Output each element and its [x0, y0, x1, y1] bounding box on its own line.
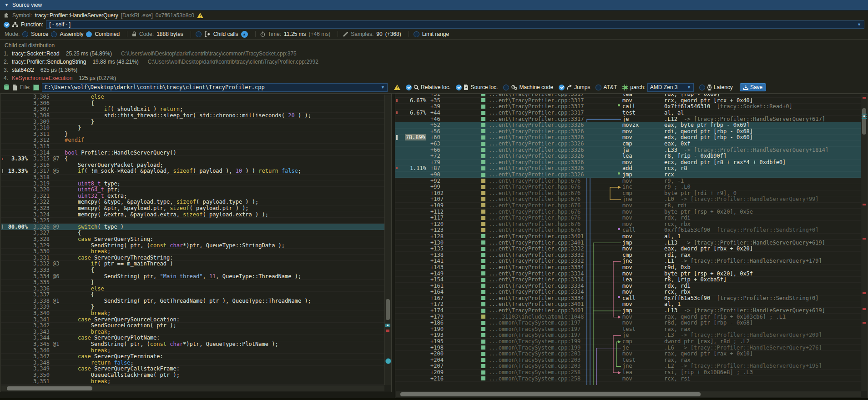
- assembly-line[interactable]: +195 ...ommon\TracySystem.cpp:199 cmp dw…: [395, 339, 861, 345]
- asm-mnemonic[interactable]: mov: [622, 245, 649, 252]
- jumps-checkbox[interactable]: [559, 85, 565, 90]
- source-line[interactable]: 3,329 SendString( ptr, (const char*)ptr,…: [1, 242, 384, 249]
- asm-mnemonic[interactable]: mov: [622, 375, 649, 382]
- source-line[interactable]: 3,324 memcpy( &extra, &payload.extra, si…: [1, 211, 384, 218]
- assembly-line[interactable]: +200 ...ommon\TracySystem.cpp:203 mov ra…: [395, 351, 861, 357]
- child-call-name[interactable]: KeSynchronizeExecution: [12, 75, 72, 81]
- source-line[interactable]: 3,325: [1, 218, 384, 224]
- asm-mnemonic[interactable]: jmp: [622, 240, 649, 246]
- asm-source-location[interactable]: ...ommon\TracySystem.cpp:199: [489, 345, 585, 351]
- att-checkbox[interactable]: [595, 85, 601, 90]
- source-line[interactable]: 3,336 else: [1, 285, 384, 292]
- assembly-line[interactable]: +167 ...ent\TracyProfiler.cpp:3334 call …: [395, 295, 861, 302]
- assembly-line[interactable]: +143 ...ent\TracyProfiler.cpp:3334 mov r…: [395, 265, 861, 271]
- asm-source-location[interactable]: ...ommon\TracySystem.cpp:197: [489, 332, 585, 338]
- assembly-line[interactable]: +209 ...ommon\TracySystem.cpp:258 lea rs…: [395, 370, 861, 376]
- source-line[interactable]: 3,333 {: [1, 267, 384, 274]
- radio-source[interactable]: [22, 31, 28, 37]
- assembly-vertical-scrollbar[interactable]: [861, 95, 867, 391]
- asm-source-location[interactable]: ...ent\TracyProfiler.hpp:676: [489, 190, 585, 196]
- assembly-line[interactable]: +164 ...ent\TracyProfiler.cpp:3334 mov r…: [395, 289, 861, 295]
- source-line[interactable]: 3,321 uint32_t extra;: [1, 193, 384, 200]
- assembly-hscroll-handle[interactable]: [400, 392, 701, 396]
- asm-mnemonic[interactable]: movzx: [622, 122, 649, 128]
- asm-mnemonic[interactable]: mov: [622, 350, 649, 357]
- source-line[interactable]: 3,330 break;: [1, 249, 384, 255]
- asm-mnemonic[interactable]: mov: [622, 202, 649, 209]
- source-line[interactable]: 3,320 uint64_t ptr;: [1, 187, 384, 193]
- source-line[interactable]: 3,345 @1 SendString( ptr, (const char*)p…: [1, 341, 384, 348]
- assembly-line[interactable]: +63 ...ent\TracyProfiler.cpp:3326 cmp ea…: [395, 141, 861, 147]
- collapse-icon[interactable]: ▼: [5, 3, 9, 7]
- asm-mnemonic[interactable]: test: [622, 326, 649, 332]
- assembly-line[interactable]: +72 ...ent\TracyProfiler.cpp:3326 lea r8…: [395, 153, 861, 160]
- asm-mnemonic[interactable]: call: [622, 103, 649, 110]
- source-line[interactable]: 3,318: [1, 175, 384, 181]
- asm-mnemonic[interactable]: mov: [622, 301, 649, 307]
- source-line[interactable]: 3,313: [1, 144, 384, 150]
- asm-source-location[interactable]: ...ent\TracyProfiler.cpp:3334: [489, 283, 585, 289]
- assembly-line[interactable]: +138 ...ent\TracyProfiler.cpp:3332 cmp r…: [395, 252, 861, 258]
- asm-mnemonic[interactable]: cmp: [622, 338, 649, 345]
- assembly-line[interactable]: +130 ...ent\TracyProfiler.cpp:3401 jmp .…: [395, 240, 861, 246]
- source-line[interactable]: 3,351 break;: [1, 378, 384, 385]
- asm-source-location[interactable]: ...ommon\TracySystem.cpp:203: [489, 350, 585, 357]
- asm-source-location[interactable]: ...ent\TracyProfiler.cpp:3334: [489, 264, 585, 270]
- source-line[interactable]: 3,323 memcpy( &ptr, &payload.ptr, sizeof…: [1, 205, 384, 212]
- radio-combined[interactable]: [86, 31, 92, 37]
- assembly-line[interactable]: +109 ...ent\TracyProfiler.hpp:676 mov r8…: [395, 203, 861, 209]
- asm-source-location[interactable]: ...ent\TracyProfiler.hpp:676: [489, 202, 585, 209]
- asm-source-location[interactable]: ...ent\TracyProfiler.cpp:3326: [489, 171, 585, 178]
- source-line[interactable]: 3,311 }: [1, 131, 384, 138]
- source-loc-checkbox[interactable]: [456, 85, 462, 90]
- toggle-source-loc[interactable]: Source loc.: [456, 84, 498, 90]
- assembly-line[interactable]: 78.89% +60 ...ent\TracyProfiler.cpp:3326…: [395, 135, 861, 141]
- assembly-scrollbar-handle[interactable]: [862, 108, 866, 135]
- assembly-line[interactable]: +135 ...ent\TracyProfiler.cpp:3332 mov e…: [395, 246, 861, 252]
- toggle-relative-loc[interactable]: Relative loc.: [406, 84, 450, 90]
- source-line[interactable]: 3,347 case ServerQueryTerminate:: [1, 354, 384, 360]
- assembly-line[interactable]: +46 ...ent\TracyProfiler.cpp:3317 je .L1…: [395, 116, 861, 122]
- assembly-line[interactable]: +107 ...ent\TracyProfiler.hpp:676 jne .L…: [395, 196, 861, 203]
- source-line[interactable]: 3,328 case ServerQueryString:: [1, 236, 384, 243]
- function-select[interactable]: [ - self - ] ▼: [46, 20, 864, 29]
- limit-range-label[interactable]: Limit range: [422, 31, 449, 37]
- uarch-select[interactable]: AMD Zen 3 ▼: [647, 83, 694, 92]
- source-line[interactable]: 3,348 return false;: [1, 360, 384, 366]
- asm-mnemonic[interactable]: jmp: [622, 171, 649, 178]
- source-line[interactable]: 3,306 {: [1, 100, 384, 107]
- assembly-line[interactable]: +198 ...ommon\TracySystem.cpp:199 je .L6…: [395, 345, 861, 351]
- asm-source-location[interactable]: ...ent\TracyProfiler.cpp:3332: [489, 252, 585, 258]
- source-line[interactable]: 3,314 bool Profiler::HandleServerQuery(): [1, 150, 384, 156]
- source-line[interactable]: 3,344 case ServerQueryPlotName:: [1, 335, 384, 341]
- relative-loc-checkbox[interactable]: [406, 85, 412, 90]
- source-line[interactable]: 3,322 memcpy( &type, &payload.type, size…: [1, 199, 384, 205]
- source-line[interactable]: 3,343 break;: [1, 329, 384, 335]
- asm-mnemonic[interactable]: mov: [622, 314, 649, 320]
- asm-source-location[interactable]: ...ommon\TracySystem.cpp:203: [489, 357, 585, 363]
- child-call-name[interactable]: tracy::Socket::Read: [12, 50, 60, 57]
- asm-mnemonic[interactable]: je: [622, 345, 649, 351]
- source-line[interactable]: 3,340 break;: [1, 310, 384, 317]
- source-line[interactable]: 3,334 @6 SendString( ptr, "Main thread",…: [1, 273, 384, 280]
- asm-source-location[interactable]: ....31103\include\atomic:1048: [489, 314, 585, 320]
- machine-code-checkbox[interactable]: [503, 85, 509, 90]
- asm-mnemonic[interactable]: mov: [622, 134, 649, 140]
- asm-mnemonic[interactable]: mov: [622, 233, 649, 240]
- asm-source-location[interactable]: ...ent\TracyProfiler.cpp:3326: [489, 140, 585, 147]
- assembly-line[interactable]: +52 ...ent\TracyProfiler.cpp:3326 movzx …: [395, 122, 861, 129]
- asm-source-location[interactable]: ...ent\TracyProfiler.cpp:3326: [489, 153, 585, 159]
- pane-splitter-grip[interactable]: [385, 358, 391, 364]
- asm-source-location[interactable]: ...ent\TracyProfiler.cpp:3317: [489, 116, 585, 122]
- asm-mnemonic[interactable]: mov: [622, 289, 649, 295]
- source-line[interactable]: 3,307 if( shouldExit ) return;: [1, 106, 384, 113]
- radio-assembly[interactable]: [51, 31, 57, 37]
- toggle-jumps[interactable]: Jumps: [559, 84, 590, 90]
- asm-mnemonic[interactable]: call: [622, 227, 649, 233]
- toggle-machine-code[interactable]: Machine code: [503, 84, 553, 90]
- assembly-line[interactable]: +193 ...ommon\TracySystem.cpp:197 je .L3…: [395, 332, 861, 339]
- asm-mnemonic[interactable]: cmp: [622, 140, 649, 147]
- limit-range-checkbox[interactable]: [414, 31, 419, 37]
- function-checkbox[interactable]: [4, 22, 10, 28]
- asm-mnemonic[interactable]: mov: [622, 283, 649, 289]
